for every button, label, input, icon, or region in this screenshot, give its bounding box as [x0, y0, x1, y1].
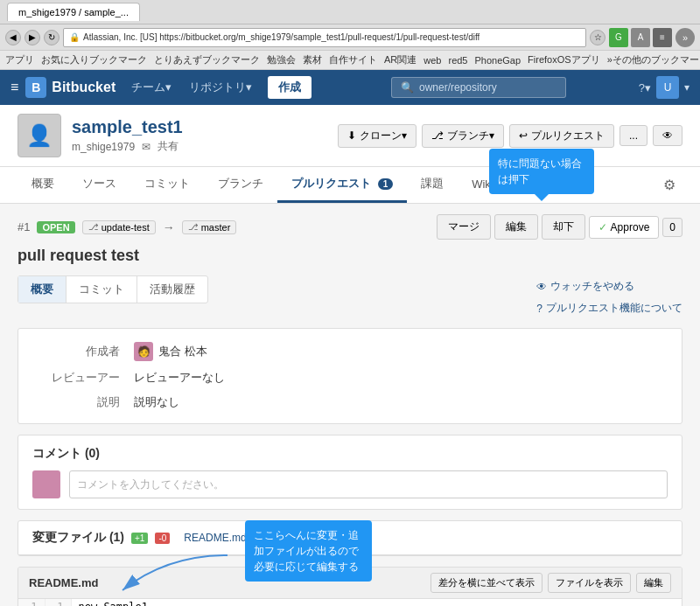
ext-icon-1[interactable]: G: [609, 28, 628, 47]
approve-count: 0: [662, 218, 682, 237]
browser-controls: ◀ ▶ ↻ 🔒 Atlassian, Inc. [US] https://bit…: [0, 24, 700, 51]
address-bar[interactable]: 🔒 Atlassian, Inc. [US] https://bitbucket…: [63, 28, 586, 47]
changed-files-wrapper: 変更ファイル (1) +1 -0 README.md ここらへんに変更・追加ファ…: [18, 520, 682, 556]
bitbucket-logo[interactable]: B Bitbucket: [25, 77, 116, 98]
pr-button[interactable]: ↩ プルリクエスト: [509, 124, 614, 148]
from-branch-tag[interactable]: ⎇ update-test: [82, 220, 156, 234]
pr-content: #1 OPEN ⎇ update-test → ⎇ master マージ 編集 …: [0, 204, 700, 606]
forward-btn[interactable]: ▶: [24, 30, 40, 45]
diff-edit-btn[interactable]: 編集: [636, 573, 671, 593]
more-button[interactable]: ...: [620, 125, 648, 146]
nav-repo[interactable]: リポジトリ▾: [180, 70, 261, 105]
view-file-btn[interactable]: ファイルを表示: [548, 573, 631, 593]
profile-btn[interactable]: »: [676, 28, 695, 47]
back-btn[interactable]: ◀: [5, 30, 21, 45]
watch-link[interactable]: 👁 ウォッチをやめる: [536, 275, 682, 297]
search-box[interactable]: 🔍 owner/repository: [391, 77, 566, 98]
repo-owner[interactable]: m_shige1979: [72, 141, 135, 153]
avatar-icon: 👤: [26, 123, 52, 148]
repo-name[interactable]: sample_test1: [72, 117, 183, 137]
bm-firefox[interactable]: FirefoxOSアプリ: [528, 53, 600, 66]
author-label: 作成者: [32, 344, 120, 359]
branch-button[interactable]: ⎇ ブランチ▾: [422, 124, 504, 148]
decline-tooltip: 特に問題ない場合は押下: [489, 149, 594, 194]
repo-meta: m_shige1979 ✉ 共有: [72, 139, 183, 154]
tab-commits[interactable]: コミット: [130, 167, 204, 203]
search-placeholder: owner/repository: [419, 81, 497, 94]
line-content: new Sample1: [71, 599, 682, 606]
bm-temp[interactable]: とりあえずブックマーク: [154, 53, 260, 66]
bm-study[interactable]: 勉強会: [267, 53, 296, 66]
approve-check-icon: ✓: [598, 221, 607, 233]
user-avatar[interactable]: U: [656, 76, 679, 99]
tooltip-arrow: [535, 194, 549, 201]
pr-tab-activity[interactable]: 活動履歴: [137, 276, 207, 303]
pr-author-row: 作成者 🧑 鬼合 松本: [32, 338, 668, 366]
tab-branches[interactable]: ブランチ: [204, 167, 277, 203]
bm-red5[interactable]: red5: [448, 55, 467, 66]
help-link[interactable]: ? プルリクエスト機能について: [536, 297, 682, 319]
ext-icon-3[interactable]: ≡: [653, 28, 672, 47]
bm-apps[interactable]: アプリ: [5, 53, 34, 66]
ext-icon-2[interactable]: A: [631, 28, 650, 47]
clone-button[interactable]: ⬇ クローン▾: [338, 124, 416, 148]
bm-site[interactable]: 自作サイト: [329, 53, 377, 66]
to-branch-tag[interactable]: ⎇ master: [182, 220, 237, 234]
merge-button[interactable]: マージ: [437, 214, 491, 240]
bm-fav[interactable]: お気に入りブックマーク: [41, 53, 147, 66]
nav-hamburger[interactable]: ≡: [10, 80, 18, 95]
logo-icon: B: [25, 77, 46, 98]
pr-status-badge: OPEN: [37, 221, 74, 233]
pr-tab-overview[interactable]: 概要: [18, 276, 66, 303]
diff-add-badge: +1: [131, 533, 148, 544]
star-btn[interactable]: ☆: [590, 30, 606, 45]
pr-title: pull request test: [18, 247, 139, 265]
comment-input[interactable]: コメントを入力してください。: [69, 470, 668, 498]
diff-del-badge: -0: [155, 533, 170, 544]
tab-issues[interactable]: 課題: [407, 167, 458, 203]
search-icon: 🔍: [401, 81, 414, 94]
pr-action-buttons: マージ 編集 却下 特に問題ない場合は押下 ✓ Approve 0: [437, 214, 682, 240]
author-avatar: 🧑: [134, 342, 153, 361]
bookmarks-bar: アプリ お気に入りブックマーク とりあえずブックマーク 勉強会 素材 自作サイト…: [0, 51, 700, 70]
bm-ar[interactable]: AR関連: [384, 53, 416, 66]
pr-tabs-row: 概要 コミット 活動履歴 👁 ウォッチをやめる ? プルリクエスト機能について: [18, 275, 682, 319]
bm-other[interactable]: »その他のブックマーク: [607, 53, 700, 66]
files-tooltip-text: ここらへんに変更・追加ファイルが出るので必要に応じて編集する: [254, 529, 359, 573]
share-link[interactable]: 共有: [158, 139, 178, 154]
approve-button[interactable]: ✓ Approve: [589, 216, 660, 239]
settings-icon[interactable]: ⚙: [656, 170, 682, 200]
pr-title-row: pull request test: [18, 247, 682, 265]
edit-button[interactable]: 編集: [494, 214, 538, 240]
nav-team[interactable]: チーム▾: [122, 70, 180, 105]
repo-info: 👤 sample_test1 m_shige1979 ✉ 共有: [18, 114, 183, 157]
browser-tab[interactable]: m_shige1979 / sample_...: [7, 3, 140, 21]
reviewer-label: レビューアー: [32, 370, 120, 386]
help-menu[interactable]: ?▾: [639, 81, 651, 94]
search-area: 🔍 owner/repository: [318, 77, 639, 98]
comments-title: コメント (0): [32, 446, 668, 462]
create-button[interactable]: 作成: [268, 76, 312, 99]
file-item-name[interactable]: README.md: [184, 532, 246, 544]
tab-overview[interactable]: 概要: [18, 167, 68, 203]
bm-web[interactable]: web: [424, 55, 441, 66]
pr-number: #1: [18, 220, 30, 233]
logo-text: Bitbucket: [52, 80, 116, 95]
branch-from-icon: ⎇: [88, 222, 99, 232]
bm-phonegap[interactable]: PhoneGap: [475, 55, 522, 66]
reload-btn[interactable]: ↻: [44, 30, 60, 45]
watch-button[interactable]: 👁: [653, 125, 682, 146]
side-by-side-btn[interactable]: 差分を横に並べて表示: [430, 573, 542, 593]
diff-filename: README.md: [29, 576, 98, 589]
line-num-left: 1: [18, 599, 45, 606]
tab-source[interactable]: ソース: [68, 167, 130, 203]
lock-icon: 🔒: [69, 32, 80, 42]
address-text: Atlassian, Inc. [US] https://bitbucket.o…: [83, 32, 480, 42]
pr-tab-commits[interactable]: コミット: [66, 276, 137, 303]
pr-inner-tabs: 概要 コミット 活動履歴: [18, 275, 208, 303]
user-chevron[interactable]: ▾: [684, 81, 690, 94]
side-links: 👁 ウォッチをやめる ? プルリクエスト機能について: [536, 275, 682, 319]
decline-button[interactable]: 却下: [542, 214, 585, 240]
bm-material[interactable]: 素材: [303, 53, 322, 66]
tab-pullrequests[interactable]: プルリクエスト 1: [277, 167, 407, 203]
